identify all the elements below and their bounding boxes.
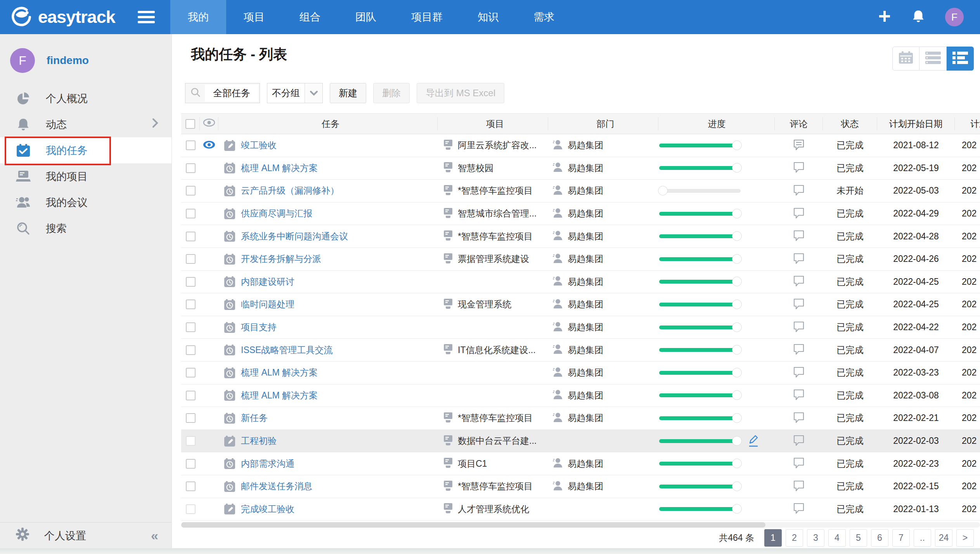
progress-knob[interactable] <box>732 300 742 309</box>
comment-bubble-icon[interactable] <box>793 184 805 198</box>
row-checkbox[interactable] <box>186 232 196 241</box>
row-checkbox[interactable] <box>186 277 196 287</box>
nav-tab-2[interactable]: 项目 <box>226 0 282 34</box>
progress-knob[interactable] <box>732 413 742 423</box>
new-button[interactable]: 新建 <box>330 83 366 103</box>
progress-knob[interactable] <box>658 186 668 196</box>
sidebar-user[interactable]: F findemo <box>10 48 89 73</box>
select-all-checkbox[interactable] <box>185 119 195 129</box>
progress-bar[interactable] <box>659 144 741 147</box>
comment-bubble-icon[interactable] <box>793 229 805 243</box>
progress-bar[interactable] <box>659 303 741 306</box>
progress-bar[interactable] <box>659 348 741 352</box>
edit-pencil-icon[interactable] <box>748 435 759 448</box>
row-checkbox[interactable] <box>186 391 196 400</box>
page-button-1[interactable]: 1 <box>764 529 782 547</box>
progress-bar[interactable] <box>659 439 741 443</box>
hamburger-menu-icon[interactable] <box>138 11 155 23</box>
progress-knob[interactable] <box>732 163 742 173</box>
progress-knob[interactable] <box>732 254 742 264</box>
task-link[interactable]: 梳理 ALM 解决方案 <box>241 162 318 174</box>
comment-bubble-icon[interactable] <box>793 320 805 334</box>
watching-eye-icon[interactable] <box>203 140 216 151</box>
row-checkbox[interactable] <box>186 322 196 332</box>
progress-knob[interactable] <box>732 231 742 241</box>
comment-bubble-icon[interactable] <box>793 343 805 357</box>
progress-knob[interactable] <box>732 481 742 491</box>
scrollbar-thumb[interactable] <box>181 522 765 528</box>
comment-bubble-icon[interactable] <box>793 457 805 471</box>
progress-bar[interactable] <box>659 507 741 511</box>
progress-bar[interactable] <box>659 325 741 329</box>
progress-bar[interactable] <box>659 485 741 488</box>
task-link[interactable]: 内部建设研讨 <box>241 276 294 288</box>
comment-bubble-icon[interactable] <box>793 207 805 221</box>
settings-label[interactable]: 个人设置 <box>44 529 86 543</box>
next-page-button[interactable]: > <box>956 529 974 547</box>
row-checkbox[interactable] <box>186 368 196 377</box>
comment-bubble-icon[interactable] <box>793 502 805 516</box>
progress-bar[interactable] <box>659 212 741 216</box>
comment-bubble-icon[interactable] <box>793 434 805 448</box>
task-link[interactable]: 系统业务中断问题沟通会议 <box>241 230 348 242</box>
nav-tab-4[interactable]: 团队 <box>338 0 394 34</box>
progress-knob[interactable] <box>732 459 742 468</box>
row-checkbox[interactable] <box>186 345 196 355</box>
sidebar-item-2[interactable]: 动态 <box>0 111 171 137</box>
sidebar-item-4[interactable]: 我的项目 <box>0 163 171 189</box>
search-input[interactable] <box>205 85 258 102</box>
progress-knob[interactable] <box>732 368 742 377</box>
gear-icon[interactable] <box>16 527 29 544</box>
progress-knob[interactable] <box>732 322 742 332</box>
nav-tab-1[interactable]: 我的 <box>170 0 226 34</box>
progress-knob[interactable] <box>732 504 742 514</box>
task-link[interactable]: 工程初验 <box>241 435 277 447</box>
view-button-list-view[interactable] <box>947 47 974 71</box>
row-checkbox[interactable] <box>186 140 196 150</box>
task-link[interactable]: 项目支持 <box>241 321 277 333</box>
add-icon[interactable] <box>878 9 892 25</box>
comment-bubble-icon[interactable] <box>793 275 805 289</box>
task-link[interactable]: 邮件发送任务消息 <box>241 480 312 492</box>
page-button-4[interactable]: 4 <box>828 529 846 547</box>
sidebar-item-3[interactable]: 我的任务 <box>0 137 171 163</box>
task-link[interactable]: 梳理 ALM 解决方案 <box>241 390 318 402</box>
task-link[interactable]: 供应商尽调与汇报 <box>241 208 312 220</box>
progress-bar[interactable] <box>659 234 741 238</box>
brand-logo[interactable]: easytrack <box>0 6 138 28</box>
row-checkbox[interactable] <box>186 254 196 264</box>
progress-bar[interactable] <box>659 416 741 420</box>
page-button-2[interactable]: 2 <box>786 529 803 547</box>
progress-knob[interactable] <box>732 140 742 150</box>
page-button-5[interactable]: 5 <box>850 529 867 547</box>
nav-tab-3[interactable]: 组合 <box>282 0 338 34</box>
group-select[interactable]: 不分组 <box>267 83 323 103</box>
comment-bubble-icon[interactable] <box>793 138 805 152</box>
task-link[interactable]: 梳理 ALM 解决方案 <box>241 367 318 379</box>
page-button-24[interactable]: 24 <box>935 529 952 547</box>
progress-knob[interactable] <box>732 436 742 446</box>
comment-bubble-icon[interactable] <box>793 388 805 402</box>
task-link[interactable]: 完成竣工验收 <box>241 503 294 515</box>
progress-bar[interactable] <box>659 280 741 284</box>
task-link[interactable]: ISSE战略管理工具交流 <box>241 344 332 356</box>
row-checkbox[interactable] <box>186 481 196 491</box>
export-excel-button[interactable]: 导出到 MS Excel <box>417 83 504 103</box>
comment-bubble-icon[interactable] <box>793 298 805 312</box>
row-checkbox[interactable] <box>186 459 196 469</box>
progress-bar[interactable] <box>659 166 741 170</box>
progress-knob[interactable] <box>732 345 742 355</box>
row-checkbox[interactable] <box>186 504 196 514</box>
comment-bubble-icon[interactable] <box>793 366 805 380</box>
progress-bar[interactable] <box>659 462 741 466</box>
comment-bubble-icon[interactable] <box>793 480 805 493</box>
task-link[interactable]: 临时问题处理 <box>241 298 294 310</box>
comment-bubble-icon[interactable] <box>793 411 805 425</box>
delete-button[interactable]: 删除 <box>373 83 410 103</box>
sidebar-item-6[interactable]: 搜索 <box>0 215 171 241</box>
view-button-calendar-view[interactable] <box>892 47 919 71</box>
sidebar-item-1[interactable]: 个人概况 <box>0 85 171 111</box>
task-link[interactable]: 云产品升级（漏洞修补） <box>241 185 339 197</box>
page-button-7[interactable]: 7 <box>892 529 910 547</box>
column-header-check[interactable] <box>181 117 200 130</box>
